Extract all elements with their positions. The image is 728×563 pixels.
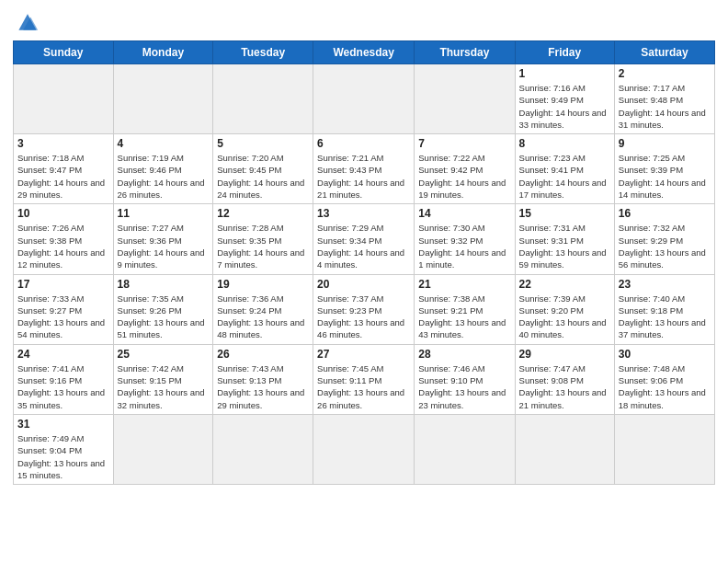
day-info: Sunrise: 7:39 AM Sunset: 9:20 PM Dayligh… bbox=[519, 293, 610, 341]
day-number: 16 bbox=[619, 207, 711, 220]
calendar-cell: 20Sunrise: 7:37 AM Sunset: 9:23 PM Dayli… bbox=[313, 274, 415, 344]
week-row-2: 3Sunrise: 7:18 AM Sunset: 9:47 PM Daylig… bbox=[14, 134, 715, 204]
day-info: Sunrise: 7:20 AM Sunset: 9:45 PM Dayligh… bbox=[217, 152, 309, 201]
calendar-cell: 14Sunrise: 7:30 AM Sunset: 9:32 PM Dayli… bbox=[415, 204, 515, 274]
page: SundayMondayTuesdayWednesdayThursdayFrid… bbox=[0, 0, 728, 563]
day-number: 25 bbox=[118, 348, 210, 361]
day-number: 6 bbox=[317, 137, 410, 150]
day-info: Sunrise: 7:25 AM Sunset: 9:39 PM Dayligh… bbox=[619, 152, 711, 201]
calendar-cell: 27Sunrise: 7:45 AM Sunset: 9:11 PM Dayli… bbox=[313, 344, 415, 414]
calendar-cell bbox=[614, 414, 714, 484]
day-number: 17 bbox=[17, 278, 109, 291]
calendar-cell: 10Sunrise: 7:26 AM Sunset: 9:38 PM Dayli… bbox=[14, 204, 114, 274]
day-number: 9 bbox=[619, 137, 711, 150]
calendar-cell bbox=[14, 64, 114, 134]
week-row-5: 24Sunrise: 7:41 AM Sunset: 9:16 PM Dayli… bbox=[14, 344, 715, 414]
day-info: Sunrise: 7:17 AM Sunset: 9:48 PM Dayligh… bbox=[619, 82, 711, 131]
calendar-cell: 3Sunrise: 7:18 AM Sunset: 9:47 PM Daylig… bbox=[14, 134, 114, 204]
calendar-cell: 29Sunrise: 7:47 AM Sunset: 9:08 PM Dayli… bbox=[515, 344, 614, 414]
day-number: 8 bbox=[519, 137, 610, 150]
day-number: 14 bbox=[418, 207, 510, 220]
day-info: Sunrise: 7:22 AM Sunset: 9:42 PM Dayligh… bbox=[418, 152, 510, 201]
calendar-cell: 7Sunrise: 7:22 AM Sunset: 9:42 PM Daylig… bbox=[415, 134, 515, 204]
day-info: Sunrise: 7:19 AM Sunset: 9:46 PM Dayligh… bbox=[118, 152, 210, 201]
day-number: 15 bbox=[519, 207, 610, 220]
calendar-cell bbox=[213, 414, 313, 484]
day-number: 18 bbox=[118, 278, 210, 291]
calendar: SundayMondayTuesdayWednesdayThursdayFrid… bbox=[13, 40, 715, 485]
calendar-cell: 2Sunrise: 7:17 AM Sunset: 9:48 PM Daylig… bbox=[614, 64, 714, 134]
day-number: 23 bbox=[619, 278, 711, 291]
day-info: Sunrise: 7:26 AM Sunset: 9:38 PM Dayligh… bbox=[17, 222, 109, 270]
day-number: 31 bbox=[17, 418, 109, 431]
day-number: 26 bbox=[217, 348, 309, 361]
day-number: 5 bbox=[217, 137, 309, 150]
day-info: Sunrise: 7:32 AM Sunset: 9:29 PM Dayligh… bbox=[619, 222, 711, 270]
day-number: 28 bbox=[418, 348, 510, 361]
day-info: Sunrise: 7:40 AM Sunset: 9:18 PM Dayligh… bbox=[619, 293, 711, 341]
calendar-cell: 17Sunrise: 7:33 AM Sunset: 9:27 PM Dayli… bbox=[14, 274, 114, 344]
day-info: Sunrise: 7:27 AM Sunset: 9:36 PM Dayligh… bbox=[118, 222, 210, 270]
day-number: 2 bbox=[619, 67, 711, 80]
day-info: Sunrise: 7:16 AM Sunset: 9:49 PM Dayligh… bbox=[519, 82, 610, 131]
calendar-cell: 12Sunrise: 7:28 AM Sunset: 9:35 PM Dayli… bbox=[213, 204, 313, 274]
day-info: Sunrise: 7:38 AM Sunset: 9:21 PM Dayligh… bbox=[418, 293, 510, 341]
calendar-cell: 4Sunrise: 7:19 AM Sunset: 9:46 PM Daylig… bbox=[113, 134, 213, 204]
calendar-cell: 30Sunrise: 7:48 AM Sunset: 9:06 PM Dayli… bbox=[614, 344, 714, 414]
day-info: Sunrise: 7:36 AM Sunset: 9:24 PM Dayligh… bbox=[217, 293, 309, 341]
calendar-cell: 26Sunrise: 7:43 AM Sunset: 9:13 PM Dayli… bbox=[213, 344, 313, 414]
day-info: Sunrise: 7:30 AM Sunset: 9:32 PM Dayligh… bbox=[418, 222, 510, 270]
day-number: 10 bbox=[17, 207, 109, 220]
day-info: Sunrise: 7:23 AM Sunset: 9:41 PM Dayligh… bbox=[519, 152, 610, 201]
weekday-friday: Friday bbox=[515, 41, 614, 64]
day-info: Sunrise: 7:49 AM Sunset: 9:04 PM Dayligh… bbox=[17, 432, 109, 481]
calendar-cell bbox=[213, 64, 313, 134]
calendar-cell: 8Sunrise: 7:23 AM Sunset: 9:41 PM Daylig… bbox=[515, 134, 614, 204]
calendar-cell bbox=[313, 414, 415, 484]
calendar-cell: 1Sunrise: 7:16 AM Sunset: 9:49 PM Daylig… bbox=[515, 64, 614, 134]
calendar-cell: 28Sunrise: 7:46 AM Sunset: 9:10 PM Dayli… bbox=[415, 344, 515, 414]
day-info: Sunrise: 7:28 AM Sunset: 9:35 PM Dayligh… bbox=[217, 222, 309, 270]
weekday-monday: Monday bbox=[113, 41, 213, 64]
calendar-cell: 31Sunrise: 7:49 AM Sunset: 9:04 PM Dayli… bbox=[14, 414, 114, 484]
logo bbox=[13, 9, 46, 35]
calendar-cell: 23Sunrise: 7:40 AM Sunset: 9:18 PM Dayli… bbox=[614, 274, 714, 344]
day-number: 1 bbox=[519, 67, 610, 80]
logo-icon bbox=[13, 9, 42, 35]
day-info: Sunrise: 7:37 AM Sunset: 9:23 PM Dayligh… bbox=[317, 293, 410, 341]
day-info: Sunrise: 7:33 AM Sunset: 9:27 PM Dayligh… bbox=[17, 293, 109, 341]
day-info: Sunrise: 7:43 AM Sunset: 9:13 PM Dayligh… bbox=[217, 362, 309, 411]
day-number: 19 bbox=[217, 278, 309, 291]
week-row-4: 17Sunrise: 7:33 AM Sunset: 9:27 PM Dayli… bbox=[14, 274, 715, 344]
weekday-tuesday: Tuesday bbox=[213, 41, 313, 64]
calendar-cell: 6Sunrise: 7:21 AM Sunset: 9:43 PM Daylig… bbox=[313, 134, 415, 204]
day-info: Sunrise: 7:29 AM Sunset: 9:34 PM Dayligh… bbox=[317, 222, 410, 270]
weekday-header-row: SundayMondayTuesdayWednesdayThursdayFrid… bbox=[14, 41, 715, 64]
calendar-cell: 19Sunrise: 7:36 AM Sunset: 9:24 PM Dayli… bbox=[213, 274, 313, 344]
day-info: Sunrise: 7:48 AM Sunset: 9:06 PM Dayligh… bbox=[619, 362, 711, 411]
day-number: 22 bbox=[519, 278, 610, 291]
header bbox=[13, 9, 715, 35]
day-number: 21 bbox=[418, 278, 510, 291]
calendar-cell: 9Sunrise: 7:25 AM Sunset: 9:39 PM Daylig… bbox=[614, 134, 714, 204]
weekday-wednesday: Wednesday bbox=[313, 41, 415, 64]
calendar-cell bbox=[313, 64, 415, 134]
day-number: 7 bbox=[418, 137, 510, 150]
day-number: 13 bbox=[317, 207, 410, 220]
day-number: 20 bbox=[317, 278, 410, 291]
day-info: Sunrise: 7:21 AM Sunset: 9:43 PM Dayligh… bbox=[317, 152, 410, 201]
day-number: 24 bbox=[17, 348, 109, 361]
day-number: 11 bbox=[118, 207, 210, 220]
day-info: Sunrise: 7:42 AM Sunset: 9:15 PM Dayligh… bbox=[118, 362, 210, 411]
calendar-cell bbox=[415, 414, 515, 484]
day-info: Sunrise: 7:45 AM Sunset: 9:11 PM Dayligh… bbox=[317, 362, 410, 411]
calendar-cell: 16Sunrise: 7:32 AM Sunset: 9:29 PM Dayli… bbox=[614, 204, 714, 274]
day-info: Sunrise: 7:47 AM Sunset: 9:08 PM Dayligh… bbox=[519, 362, 610, 411]
week-row-1: 1Sunrise: 7:16 AM Sunset: 9:49 PM Daylig… bbox=[14, 64, 715, 134]
calendar-cell bbox=[113, 414, 213, 484]
calendar-cell bbox=[415, 64, 515, 134]
day-number: 4 bbox=[118, 137, 210, 150]
calendar-cell: 11Sunrise: 7:27 AM Sunset: 9:36 PM Dayli… bbox=[113, 204, 213, 274]
calendar-cell: 21Sunrise: 7:38 AM Sunset: 9:21 PM Dayli… bbox=[415, 274, 515, 344]
calendar-cell: 18Sunrise: 7:35 AM Sunset: 9:26 PM Dayli… bbox=[113, 274, 213, 344]
